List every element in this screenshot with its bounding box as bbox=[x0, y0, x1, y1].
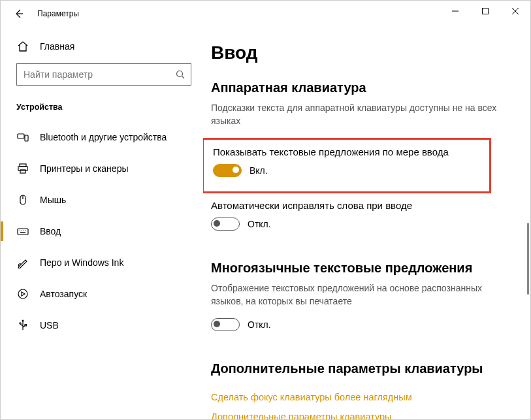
hardware-keyboard-subtitle: Подсказки текста для аппаратной клавиату… bbox=[211, 102, 507, 127]
svg-rect-7 bbox=[25, 135, 28, 141]
page-title: Ввод bbox=[211, 42, 507, 63]
multilingual-heading: Многоязычные текстовые предложения bbox=[211, 261, 507, 276]
devices-icon bbox=[16, 131, 29, 144]
multilingual-toggle[interactable] bbox=[211, 318, 240, 331]
sidebar-item-typing[interactable]: Ввод bbox=[1, 216, 197, 246]
text-suggestions-toggle[interactable] bbox=[213, 164, 242, 177]
autocorrect-toggle[interactable] bbox=[211, 218, 240, 231]
sidebar-item-usb[interactable]: USB bbox=[1, 310, 197, 340]
svg-rect-8 bbox=[20, 164, 26, 167]
hardware-keyboard-heading: Аппаратная клавиатура bbox=[211, 80, 507, 95]
multilingual-desc: Отображение текстовых предложений на осн… bbox=[211, 282, 507, 308]
svg-point-22 bbox=[20, 323, 22, 325]
home-icon bbox=[16, 40, 29, 53]
home-label: Главная bbox=[40, 41, 74, 52]
back-button[interactable] bbox=[10, 5, 28, 23]
advanced-keyboard-heading: Дополнительные параметры клавиатуры bbox=[211, 361, 507, 376]
autocorrect-state: Откл. bbox=[248, 219, 271, 229]
sidebar-item-label: Принтеры и сканеры bbox=[40, 163, 128, 174]
svg-rect-1 bbox=[483, 8, 489, 14]
sidebar-item-pen[interactable]: Перо и Windows Ink bbox=[1, 248, 197, 278]
svg-point-19 bbox=[18, 289, 27, 299]
printer-icon bbox=[16, 162, 29, 175]
search-box[interactable] bbox=[16, 63, 191, 86]
svg-line-5 bbox=[182, 76, 185, 79]
close-button[interactable] bbox=[500, 1, 530, 22]
window-controls bbox=[440, 1, 530, 22]
sidebar: Главная Устройства Bluetooth и другие ус… bbox=[1, 27, 203, 419]
autocorrect-label: Автоматически исправлять слова при вводе bbox=[211, 200, 507, 211]
mouse-icon bbox=[16, 193, 29, 206]
usb-icon bbox=[16, 319, 29, 332]
sidebar-item-label: Автозапуск bbox=[40, 289, 87, 299]
autoplay-icon bbox=[16, 287, 29, 300]
svg-rect-23 bbox=[25, 325, 27, 327]
pen-icon bbox=[16, 256, 29, 269]
sidebar-item-mouse[interactable]: Мышь bbox=[1, 185, 197, 215]
minimize-button[interactable] bbox=[440, 1, 470, 22]
sidebar-item-printers[interactable]: Принтеры и сканеры bbox=[1, 153, 197, 184]
keyboard-icon bbox=[16, 225, 29, 238]
sidebar-item-label: Bluetooth и другие устройства bbox=[40, 132, 167, 142]
focus-link[interactable]: Сделать фокус клавиатуры более наглядным bbox=[211, 392, 507, 402]
sidebar-item-label: Ввод bbox=[40, 226, 61, 236]
svg-rect-13 bbox=[18, 229, 28, 234]
search-input[interactable] bbox=[24, 69, 175, 80]
maximize-button[interactable] bbox=[470, 1, 500, 22]
sidebar-item-bluetooth[interactable]: Bluetooth и другие устройства bbox=[1, 122, 197, 152]
sidebar-item-label: USB bbox=[40, 320, 59, 331]
home-button[interactable]: Главная bbox=[1, 33, 197, 59]
category-header: Устройства bbox=[1, 95, 197, 122]
search-icon bbox=[175, 69, 185, 80]
text-suggestions-label: Показывать текстовые предложения по мере… bbox=[213, 146, 480, 157]
highlight-frame: Показывать текстовые предложения по мере… bbox=[203, 138, 491, 193]
main-panel: Ввод Аппаратная клавиатура Подсказки тек… bbox=[203, 27, 530, 419]
advanced-settings-link[interactable]: Дополнительные параметры клавиатуры bbox=[211, 412, 507, 419]
multilingual-state: Откл. bbox=[248, 319, 271, 330]
scrollbar-thumb[interactable] bbox=[527, 223, 529, 295]
sidebar-item-autoplay[interactable]: Автозапуск bbox=[1, 279, 197, 309]
text-suggestions-state: Вкл. bbox=[249, 165, 268, 176]
svg-rect-6 bbox=[18, 134, 24, 138]
window-title: Параметры bbox=[37, 9, 79, 18]
sidebar-item-label: Мышь bbox=[40, 195, 66, 205]
svg-point-21 bbox=[22, 320, 24, 322]
svg-point-4 bbox=[177, 71, 183, 77]
sidebar-item-label: Перо и Windows Ink bbox=[40, 257, 123, 268]
